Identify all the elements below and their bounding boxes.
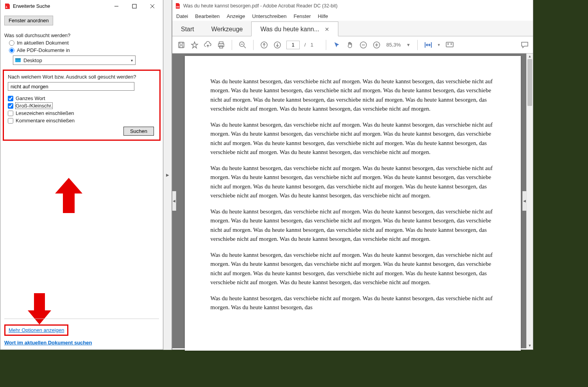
page-up-icon[interactable] bbox=[260, 41, 268, 49]
close-button[interactable] bbox=[143, 0, 161, 12]
print-icon[interactable] bbox=[217, 41, 225, 49]
checkbox-case-input[interactable] bbox=[8, 103, 13, 109]
left-panel-handle[interactable]: ◀ bbox=[172, 191, 176, 211]
scroll-up-icon[interactable]: ▲ bbox=[527, 54, 533, 59]
search-query-input[interactable] bbox=[8, 82, 134, 91]
comment-icon[interactable] bbox=[520, 41, 529, 49]
page-separator: / bbox=[304, 42, 306, 48]
doc-paragraph: Was du heute kannst besorgen, das versch… bbox=[211, 207, 495, 244]
page-number-input[interactable] bbox=[286, 41, 300, 49]
menu-edit[interactable]: Bearbeiten bbox=[195, 13, 220, 19]
checkbox-comments-input[interactable] bbox=[8, 118, 13, 124]
doc-paragraph: Was du heute kannst besorgen, das versch… bbox=[211, 251, 495, 287]
tab-document[interactable]: Was du heute kann... ✕ bbox=[251, 22, 338, 36]
chevron-down-icon: ▾ bbox=[131, 58, 133, 63]
arrange-windows-button[interactable]: Fenster anordnen bbox=[4, 16, 53, 25]
chevron-down-icon[interactable]: ▼ bbox=[437, 43, 441, 47]
svg-marker-11 bbox=[191, 42, 198, 48]
svg-rect-10 bbox=[180, 46, 183, 48]
maximize-button[interactable] bbox=[125, 0, 143, 12]
radio-all-pdf[interactable]: Alle PDF-Dokumente in bbox=[9, 47, 159, 53]
search-footer: Mehr Optionen anzeigen Wort im aktuellen… bbox=[4, 319, 159, 346]
scroll-down-icon[interactable]: ▼ bbox=[527, 343, 533, 348]
zoom-dropdown-icon[interactable]: ▾ bbox=[406, 41, 411, 49]
page-down-icon[interactable] bbox=[273, 41, 282, 49]
radio-all-pdf-label: Alle PDF-Dokumente in bbox=[17, 47, 70, 53]
panel-expand-handle[interactable]: ▶ bbox=[163, 0, 172, 350]
vertical-scrollbar[interactable]: ▲ ▼ bbox=[526, 54, 533, 348]
page-total: 1 bbox=[311, 42, 313, 48]
pdf-page: Was du heute kannst besorgen, das versch… bbox=[185, 56, 521, 351]
radio-current-doc-input[interactable] bbox=[9, 40, 14, 46]
chevron-right-icon: ▶ bbox=[166, 173, 169, 177]
svg-rect-14 bbox=[220, 46, 223, 48]
document-area: ◀ Was du heute kannst besorgen, das vers… bbox=[172, 54, 533, 348]
select-tool-icon[interactable] bbox=[332, 41, 341, 49]
menu-sign[interactable]: Unterschreiben bbox=[252, 13, 286, 19]
advanced-search-window: Erweiterte Suche Fenster anordnen Was so… bbox=[0, 0, 163, 350]
doc-paragraph: Was du heute kannst besorgen, das versch… bbox=[211, 294, 495, 312]
radio-current-doc[interactable]: Im aktuellen Dokument bbox=[9, 40, 159, 46]
search-button[interactable]: Suchen bbox=[123, 127, 154, 136]
svg-marker-6 bbox=[55, 178, 82, 213]
search-title: Erweiterte Suche bbox=[13, 4, 107, 9]
tab-tools[interactable]: Werkzeuge bbox=[203, 22, 252, 36]
highlight-box-query: Nach welchem Wort bzw. Ausdruck soll ges… bbox=[3, 70, 161, 141]
main-title: Was du heute kannst besorgen.pdf - Adobe… bbox=[183, 3, 338, 9]
checkbox-whole-word-input[interactable] bbox=[8, 96, 13, 101]
zoom-out-magnify-icon[interactable] bbox=[238, 41, 247, 49]
scrollbar-thumb[interactable] bbox=[527, 59, 532, 106]
checkbox-comments[interactable]: Kommentare einschließen bbox=[8, 118, 155, 124]
menu-window[interactable]: Fenster bbox=[293, 13, 311, 19]
annotation-arrow-up bbox=[55, 178, 82, 213]
scope-label: Was soll durchsucht werden? bbox=[4, 32, 159, 38]
desktop-folder-icon bbox=[15, 57, 21, 63]
read-mode-icon[interactable] bbox=[445, 41, 454, 49]
zoom-in-icon[interactable] bbox=[372, 41, 381, 49]
radio-all-pdf-input[interactable] bbox=[9, 48, 14, 53]
toolbar-separator bbox=[417, 40, 418, 50]
menu-help[interactable]: Hilfe bbox=[318, 13, 328, 19]
hand-tool-icon[interactable] bbox=[346, 41, 354, 49]
svg-rect-13 bbox=[218, 44, 224, 47]
checkbox-bookmarks-input[interactable] bbox=[8, 111, 13, 116]
find-in-doc-link[interactable]: Wort im aktuellen Dokument suchen bbox=[4, 340, 92, 346]
doc-paragraph: Was du heute kannst besorgen, das versch… bbox=[211, 77, 495, 113]
zoom-out-icon[interactable] bbox=[359, 41, 368, 49]
main-titlebar: Was du heute kannst besorgen.pdf - Adobe… bbox=[172, 0, 533, 12]
checkbox-whole-word[interactable]: Ganzes Wort bbox=[8, 95, 155, 101]
checkbox-case[interactable]: Groß-/Kleinschr. bbox=[8, 103, 155, 109]
svg-rect-1 bbox=[132, 4, 136, 8]
folder-dropdown[interactable]: Desktop ▾ bbox=[13, 56, 136, 65]
toolbar-separator bbox=[232, 40, 232, 50]
right-panel-handle[interactable]: ◀ bbox=[522, 191, 526, 211]
star-icon[interactable] bbox=[190, 41, 199, 49]
doc-paragraph: Was du heute kannst besorgen, das versch… bbox=[211, 120, 495, 157]
menu-view[interactable]: Anzeige bbox=[227, 13, 245, 19]
pdf-file-icon bbox=[175, 3, 181, 9]
search-titlebar: Erweiterte Suche bbox=[0, 0, 163, 13]
checkbox-comments-label: Kommentare einschließen bbox=[16, 118, 75, 124]
toolbar: / 1 85,3% ▾ ▼ bbox=[172, 36, 533, 54]
acrobat-icon bbox=[4, 3, 11, 9]
menubar: Datei Bearbeiten Anzeige Unterschreiben … bbox=[172, 12, 533, 21]
save-icon[interactable] bbox=[177, 41, 186, 49]
checkbox-case-label: Groß-/Kleinschr. bbox=[16, 103, 52, 109]
svg-line-16 bbox=[244, 46, 246, 48]
checkbox-whole-word-label: Ganzes Wort bbox=[16, 95, 45, 101]
tab-document-label: Was du heute kann... bbox=[260, 26, 319, 33]
tab-start[interactable]: Start bbox=[172, 22, 203, 36]
more-options-link[interactable]: Mehr Optionen anzeigen bbox=[9, 327, 64, 333]
menu-file[interactable]: Datei bbox=[176, 13, 188, 19]
checkbox-bookmarks-label: Lesezeichen einschließen bbox=[16, 110, 74, 116]
zoom-value: 85,3% bbox=[386, 42, 401, 48]
highlight-box-more-options: Mehr Optionen anzeigen bbox=[4, 324, 68, 336]
tab-close-icon[interactable]: ✕ bbox=[325, 26, 329, 32]
toolbar-separator bbox=[253, 40, 254, 50]
cloud-upload-icon[interactable] bbox=[204, 41, 212, 49]
minimize-button[interactable] bbox=[107, 0, 125, 12]
radio-current-doc-label: Im aktuellen Dokument bbox=[17, 40, 69, 46]
fit-width-icon[interactable] bbox=[424, 41, 433, 49]
toolbar-separator bbox=[326, 40, 326, 50]
checkbox-bookmarks[interactable]: Lesezeichen einschließen bbox=[8, 110, 155, 116]
